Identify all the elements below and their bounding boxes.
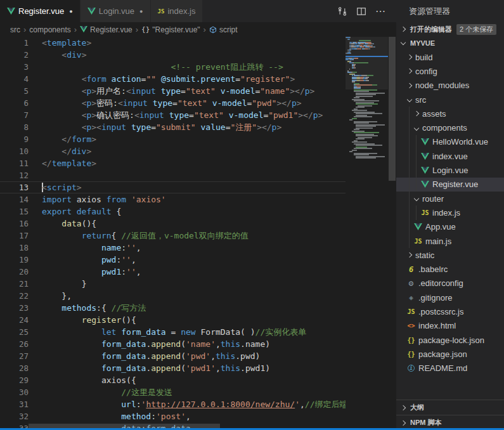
modified-dot-icon: ● [69,8,72,15]
code-line[interactable]: 31 url:'http://127.0.0.1:8000/new/zhu/',… [0,398,388,410]
code-line[interactable]: 24 register(){ [0,314,388,326]
line-content: methods:{ //写方法 [42,302,146,314]
js-file-icon: JS [420,209,430,216]
code-line[interactable]: 20 pwd1:'', [0,266,388,278]
tree-item-src[interactable]: src [396,93,504,107]
code-line[interactable]: 9 </form> [0,133,388,145]
tree-item-index.vue[interactable]: index.vue [396,149,504,163]
tree-item-node_modules[interactable]: node_modules [396,79,504,93]
code-line[interactable]: 32 method:'post', [0,410,388,422]
vue-file-icon [420,153,430,160]
code-line[interactable]: 5 <p>用户名:<input type="text" v-model="nam… [0,85,388,97]
breadcrumb-item[interactable]: {}"Register.vue" [141,25,200,34]
code-line[interactable]: 7 <p>确认密码:<input type="text" v-model="pw… [0,109,388,121]
code-line[interactable]: 16 data(){ [0,218,388,230]
tree-item-README.md[interactable]: iREADME.md [396,362,504,375]
tab-Register.vue[interactable]: Register.vue● [0,0,80,22]
code-line[interactable]: 8 <p><input type="submit" value="注册"></p… [0,121,388,133]
code-line[interactable]: 18 name:'', [0,242,388,254]
code-line[interactable]: 2 <div> [0,49,388,61]
angle-file-icon: <> [406,322,416,329]
tree-item-.gitignore[interactable]: ◈.gitignore [396,290,504,304]
tree-item-HelloWorld.vue[interactable]: HelloWorld.vue [396,135,504,149]
tree-item-label: index.html [418,321,456,330]
line-number: 10 [0,145,42,157]
breadcrumb-separator-icon: › [136,25,138,34]
tree-item-index.js[interactable]: JSindex.js [396,205,504,219]
line-content: //这里是发送 [42,386,172,398]
code-line[interactable]: 14import axios from 'axios' [0,193,388,205]
tree-item-build[interactable]: build [396,50,504,64]
chevron-right-icon [407,82,412,88]
line-content: register(){ [42,314,136,326]
tab-Login.vue[interactable]: Login.vue● [81,0,150,22]
tree-item-index.html[interactable]: <>index.html [396,319,504,333]
line-number: 15 [0,205,42,218]
breadcrumb-label: src [10,25,20,34]
tab-index.js[interactable]: JSindex.js [151,0,203,22]
code-line[interactable]: 21 } [0,278,388,290]
tree-item-label: assets [422,109,446,119]
more-actions-icon[interactable]: ⋯ [375,5,386,17]
line-content: <div> [42,49,86,61]
vue-file-icon [420,138,430,145]
tree-item-assets[interactable]: assets [396,107,504,121]
split-editor-icon[interactable] [356,6,366,16]
breadcrumb-item[interactable]: script [209,25,238,34]
tree-item-router[interactable]: router [396,192,504,205]
modified-dot-icon: ● [139,8,143,15]
code-line[interactable]: 17 return{ //返回值，v-model双向绑定的值 [0,230,388,242]
breadcrumb-item[interactable]: src [10,25,20,34]
code-line[interactable]: 26 form_data.append('name',this.name) [0,338,388,350]
minimap[interactable] [346,37,388,430]
line-number: 27 [0,350,42,362]
code-line[interactable]: 13<script> [0,181,388,193]
vertical-scrollbar[interactable] [388,37,396,430]
code-line[interactable]: 1<template> [0,37,388,49]
open-changes-icon[interactable] [337,6,347,16]
breadcrumb-item[interactable]: components [29,25,70,34]
code-line[interactable]: 29 axios({ [0,374,388,386]
tree-item-label: README.md [418,363,467,373]
tree-item-main.js[interactable]: JSmain.js [396,234,504,248]
tree-item-package-lock.json[interactable]: {}package-lock.json [396,333,504,347]
code-line[interactable]: 19 pwd:'', [0,254,388,266]
tree-item-App.vue[interactable]: App.vue [396,220,504,234]
line-content: <!-- prevent阻止跳转 --> [42,61,283,73]
tree-item-Register.vue[interactable]: Register.vue [396,178,504,192]
tree-item-static[interactable]: static [396,248,504,262]
code-line[interactable]: 4 <form action="" @submit.prevent="regis… [0,73,388,85]
tree-item-.postcssrc.js[interactable]: JS.postcssrc.js [396,304,504,318]
code-line[interactable]: 27 form_data.append('pwd',this.pwd) [0,350,388,362]
code-editor[interactable]: 1<template>2 <div>3 <!-- prevent阻止跳转 -->… [0,37,396,430]
js-file-icon: JS [413,238,423,245]
code-line[interactable]: 6 <p>密码:<input type="text" v-model="pwd"… [0,97,388,109]
code-line[interactable]: 25 let form_data = new FormData( )//实例化表… [0,326,388,338]
vertical-scrollbar-thumb[interactable] [389,37,396,181]
line-content: form_data.append('pwd1',this.pwd1) [42,362,270,374]
vue-icon [7,8,15,15]
tree-item-Login.vue[interactable]: Login.vue [396,163,504,177]
breadcrumb-item[interactable]: Register.vue [80,25,132,34]
code-line[interactable]: 3 <!-- prevent阻止跳转 --> [0,61,388,73]
open-editors-header[interactable]: 打开的编辑器 2 个未保存 [396,22,504,36]
outline-header[interactable]: 大纲 [396,400,504,415]
code-line[interactable]: 15export default { [0,205,388,218]
tree-item-config[interactable]: config [396,64,504,78]
tree-item-.babelrc[interactable]: 6.babelrc [396,262,504,276]
code-line[interactable]: 30 //这里是发送 [0,386,388,398]
line-content: export default { [42,205,121,218]
tree-item-package.json[interactable]: {}package.json [396,347,504,361]
vue-icon [80,26,87,32]
code-line[interactable]: 11</template> [0,157,388,169]
code-line[interactable]: 23 methods:{ //写方法 [0,302,388,314]
code-line[interactable]: 10 </div> [0,145,388,157]
project-root-header[interactable]: MYVUE [396,36,504,50]
tree-item-label: components [422,123,467,133]
code-line[interactable]: 22 }, [0,290,388,302]
code-line[interactable]: 28 form_data.append('pwd1',this.pwd1) [0,362,388,374]
tree-item-components[interactable]: components [396,121,504,134]
tree-item-label: App.vue [425,222,456,231]
tree-item-.editorconfig[interactable]: ⚙.editorconfig [396,277,504,290]
code-line[interactable]: 12 [0,169,388,181]
